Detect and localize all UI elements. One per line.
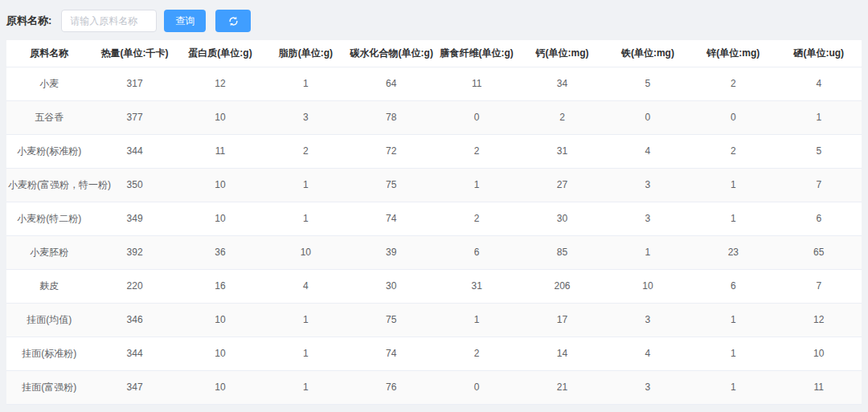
header-row: 原料名称热量(单位:千卡)蛋白质(单位:g)脂肪(单位:g)碳水化合物(单位:g… [6,40,862,67]
column-header: 脂肪(单位:g) [263,40,348,67]
value-cell: 72 [349,134,434,168]
value-cell: 1 [263,168,348,202]
column-header: 蛋白质(单位:g) [178,40,263,67]
value-cell: 6 [690,269,776,303]
value-cell: 10 [178,168,263,202]
value-cell: 2 [690,67,776,100]
value-cell: 4 [605,134,690,168]
material-name-label: 原料名称: [6,14,51,28]
column-header: 铁(单位:mg) [605,40,690,67]
search-toolbar: 原料名称: 查询 [0,0,868,40]
value-cell: 78 [349,100,434,134]
value-cell: 21 [519,370,604,404]
value-cell: 5 [605,67,690,100]
value-cell: 347 [92,370,177,404]
value-cell: 11 [776,370,862,404]
value-cell: 2 [263,134,348,168]
value-cell: 10 [178,100,263,134]
value-cell: 220 [92,269,177,303]
column-header: 热量(单位:千卡) [92,40,177,67]
value-cell: 10 [263,235,348,269]
value-cell: 12 [178,67,263,100]
value-cell: 34 [519,67,604,100]
value-cell: 1 [434,168,519,202]
material-name-cell: 小麦粉(标准粉) [6,134,92,168]
table-row: 小麦胚粉39236103968512365 [6,235,862,269]
value-cell: 39 [349,235,434,269]
value-cell: 10 [605,269,690,303]
value-cell: 1 [434,303,519,337]
value-cell: 30 [349,269,434,303]
value-cell: 0 [434,370,519,404]
table-row: 挂面(均值)346101751173112 [6,303,862,337]
refresh-icon [228,16,239,27]
value-cell: 17 [519,303,604,337]
material-name-cell: 五谷香 [6,100,92,134]
table-row: 小麦317121641134524 [6,67,862,100]
value-cell: 344 [92,337,177,370]
page: 原料名称: 查询 原料名称热量(单位:千卡)蛋白质(单位:g)脂肪(单位:g)碳… [0,0,868,405]
value-cell: 65 [776,235,862,269]
query-button[interactable]: 查询 [164,10,206,32]
value-cell: 10 [178,370,263,404]
value-cell: 10 [178,202,263,235]
value-cell: 344 [92,134,177,168]
value-cell: 76 [349,370,434,404]
column-header: 原料名称 [6,40,92,67]
value-cell: 5 [776,134,862,168]
value-cell: 6 [776,202,862,235]
table-row: 小麦粉(特二粉)34910174230316 [6,202,862,235]
value-cell: 392 [92,235,177,269]
value-cell: 1 [690,303,776,337]
value-cell: 2 [690,134,776,168]
value-cell: 85 [519,235,604,269]
table-row: 小麦粉(标准粉)34411272231425 [6,134,862,168]
nutrition-data-table: 原料名称热量(单位:千卡)蛋白质(单位:g)脂肪(单位:g)碳水化合物(单位:g… [6,40,862,405]
value-cell: 23 [690,235,776,269]
value-cell: 3 [605,202,690,235]
value-cell: 1 [776,100,862,134]
material-name-cell: 挂面(富强粉) [6,370,92,404]
value-cell: 1 [605,235,690,269]
column-header: 碳水化合物(单位:g) [349,40,434,67]
material-name-cell: 小麦 [6,67,92,100]
material-name-cell: 挂面(均值) [6,303,92,337]
value-cell: 1 [263,67,348,100]
value-cell: 0 [690,100,776,134]
value-cell: 75 [349,303,434,337]
table-row: 麸皮22016430312061067 [6,269,862,303]
value-cell: 11 [434,67,519,100]
value-cell: 10 [776,337,862,370]
value-cell: 1 [690,202,776,235]
value-cell: 4 [605,337,690,370]
value-cell: 1 [263,202,348,235]
value-cell: 206 [519,269,604,303]
value-cell: 1 [263,337,348,370]
column-header: 硒(单位:ug) [776,40,862,67]
value-cell: 7 [776,168,862,202]
refresh-button[interactable] [215,10,251,32]
value-cell: 4 [263,269,348,303]
value-cell: 3 [605,370,690,404]
table-row: 五谷香3771037802001 [6,100,862,134]
column-header: 锌(单位:mg) [690,40,776,67]
value-cell: 36 [178,235,263,269]
material-name-input[interactable] [61,10,157,32]
value-cell: 6 [434,235,519,269]
value-cell: 0 [434,100,519,134]
value-cell: 377 [92,100,177,134]
value-cell: 30 [519,202,604,235]
value-cell: 7 [776,269,862,303]
value-cell: 16 [178,269,263,303]
table-body: 小麦317121641134524五谷香3771037802001小麦粉(标准粉… [6,67,862,404]
table-row: 挂面(标准粉)344101742144110 [6,337,862,370]
value-cell: 10 [178,337,263,370]
value-cell: 4 [776,67,862,100]
value-cell: 12 [776,303,862,337]
value-cell: 1 [690,337,776,370]
table-header: 原料名称热量(单位:千卡)蛋白质(单位:g)脂肪(单位:g)碳水化合物(单位:g… [6,40,862,67]
value-cell: 27 [519,168,604,202]
value-cell: 317 [92,67,177,100]
column-header: 膳食纤维(单位:g) [434,40,519,67]
value-cell: 2 [519,100,604,134]
